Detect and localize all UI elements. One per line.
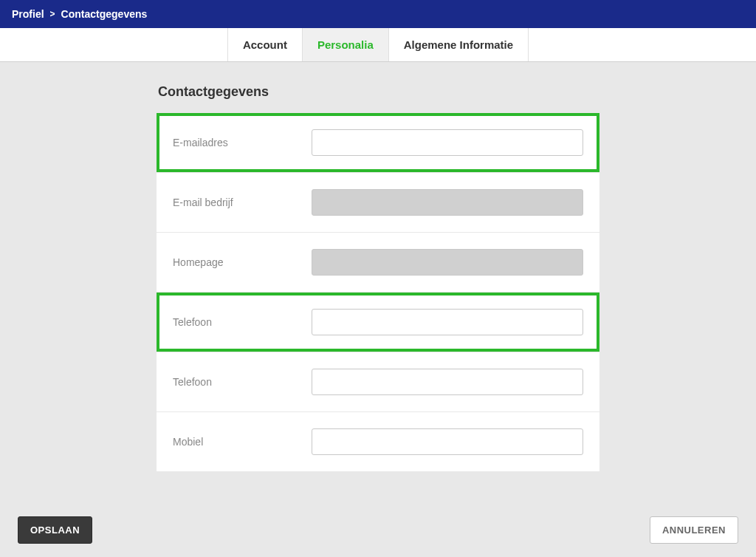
email-input[interactable] (312, 129, 583, 156)
mobiel-label: Mobiel (173, 436, 312, 448)
homepage-input (312, 249, 583, 276)
tab-account[interactable]: Account (227, 28, 302, 61)
form-row-telefoon1: Telefoon (157, 293, 599, 352)
save-button[interactable]: OPSLAAN (18, 516, 92, 544)
form-row-homepage: Homepage (157, 233, 599, 292)
tab-bar: Account Personalia Algemene Informatie (0, 28, 756, 62)
content-area: Contactgegevens E-mailadres E-mail bedri… (0, 62, 756, 471)
form-row-telefoon2: Telefoon (157, 352, 599, 411)
content-inner: Contactgegevens E-mailadres E-mail bedri… (157, 84, 599, 471)
mobiel-input[interactable] (312, 428, 583, 455)
breadcrumb-current: Contactgegevens (61, 8, 148, 20)
telefoon2-label: Telefoon (173, 376, 312, 388)
breadcrumb-parent[interactable]: Profiel (12, 8, 44, 20)
form-rows: E-mailadres E-mail bedrijf Homepage Tele… (157, 113, 599, 471)
form-row-email-company: E-mail bedrijf (157, 173, 599, 232)
cancel-button[interactable]: ANNULEREN (650, 516, 738, 544)
email-label: E-mailadres (173, 137, 312, 148)
homepage-label: Homepage (173, 256, 312, 268)
email-company-label: E-mail bedrijf (173, 197, 312, 208)
tab-personalia[interactable]: Personalia (302, 28, 388, 61)
telefoon1-label: Telefoon (173, 316, 312, 328)
tab-container: Account Personalia Algemene Informatie (227, 28, 529, 61)
form-row-mobiel: Mobiel (157, 412, 599, 471)
telefoon2-input[interactable] (312, 369, 583, 395)
breadcrumb: Profiel > Contactgegevens (12, 8, 147, 20)
header-bar: Profiel > Contactgegevens (0, 0, 756, 28)
tab-algemene-informatie[interactable]: Algemene Informatie (388, 28, 529, 61)
chevron-right-icon: > (50, 9, 55, 19)
section-title: Contactgegevens (157, 84, 599, 100)
telefoon1-input[interactable] (312, 309, 583, 335)
email-company-input (312, 189, 583, 216)
form-row-email: E-mailadres (157, 113, 599, 172)
footer-bar: OPSLAAN ANNULEREN (0, 516, 756, 544)
